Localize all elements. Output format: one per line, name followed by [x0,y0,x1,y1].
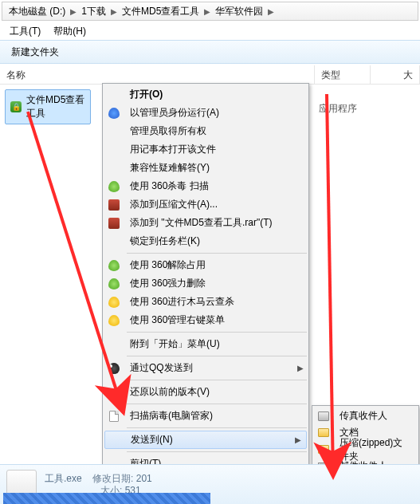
menu-help[interactable]: 帮助(H) [49,23,91,40]
ctx-add-archive[interactable]: 添加到压缩文件(A)... [103,195,308,214]
separator [127,356,307,356]
chevron-right-icon: ▶ [202,7,212,16]
status-filename: 工具.exe [45,473,82,484]
breadcrumb-seg-drive[interactable]: 本地磁盘 (D:) [6,5,69,18]
file-row[interactable]: 🔒 文件MD5查看工具 [5,89,91,124]
ctx-compat[interactable]: 兼容性疑难解答(Y) [103,159,308,177]
chevron-right-icon: ▶ [109,7,119,16]
ctx-send-to[interactable]: 发送到(N) ▶ [104,431,307,449]
ctx-scan-360[interactable]: 使用 360杀毒 扫描 [103,177,308,195]
sendto-zip[interactable]: 压缩(zipped)文件夹 [312,441,418,458]
ctx-scan-virus[interactable]: 扫描病毒(电脑管家) [103,407,308,425]
column-name[interactable]: 名称 [0,65,315,84]
toolbar: 新建文件夹 [0,40,420,64]
separator [127,427,307,428]
ctx-pin-start[interactable]: 附到「开始」菜单(U) [103,335,308,353]
release-icon [108,259,120,272]
separator [127,253,307,254]
file-name: 文件MD5查看工具 [26,93,85,120]
breadcrumb-seg-downloads[interactable]: 1下载 [78,5,109,18]
ctx-trojan[interactable]: 使用 360进行木马云查杀 [103,293,308,311]
shield-icon [108,107,120,120]
ctx-pin-taskbar[interactable]: 锁定到任务栏(K) [103,232,308,250]
folder-icon [317,427,330,439]
context-menu: 打开(O) 以管理员身份运行(A) 管理员取得所有权 用记事本打开该文件 兼容性… [102,83,309,504]
chevron-right-icon: ▶ [266,7,276,16]
separator [127,380,307,380]
ctx-qq-send[interactable]: 通过QQ发送到 ▶ [103,359,308,377]
submenu-arrow-icon: ▶ [297,364,304,372]
ctx-rclick-mgr[interactable]: 使用 360管理右键菜单 [103,311,308,329]
new-folder-button[interactable]: 新建文件夹 [6,42,64,62]
separator [127,332,307,333]
menu-tools[interactable]: 工具(T) [5,23,45,40]
submenu-arrow-icon: ▶ [295,435,301,444]
breadcrumb-seg-site[interactable]: 华军软件园 [212,5,266,18]
zip-icon [317,443,330,456]
column-headers: 名称 类型 大 [0,65,420,85]
cloud-scan-icon [108,296,120,309]
ctx-restore[interactable]: 还原以前的版本(V) [103,383,308,401]
ctx-release[interactable]: 使用 360解除占用 [103,256,308,274]
sendto-fax[interactable]: 传真收件人 [312,408,418,424]
exe-icon: 🔒 [10,100,22,113]
status-modified-label: 修改日期: [92,473,133,484]
ctx-open[interactable]: 打开(O) [103,85,308,104]
file-type-label: 应用程序 [319,102,357,116]
separator [127,451,307,452]
scan-icon [108,410,120,423]
archive-icon [108,199,120,211]
breadcrumb-seg-tool[interactable]: 文件MD5查看工具 [119,5,202,18]
ctx-add-rar[interactable]: 添加到 "文件MD5查看工具.rar"(T) [103,214,308,232]
delete-icon [108,278,120,290]
menu-mgr-icon [108,314,120,327]
qq-icon [108,362,120,375]
breadcrumb[interactable]: 本地磁盘 (D:) ▶ 1下载 ▶ 文件MD5查看工具 ▶ 华军软件园 ▶ [2,2,418,21]
ctx-notepad-open[interactable]: 用记事本打开该文件 [103,140,308,159]
status-modified-value: 201 [136,473,152,484]
archive-icon [108,217,120,230]
column-size[interactable]: 大 [371,65,420,84]
shield-icon [108,180,120,193]
menubar: 工具(T) 帮助(H) [0,22,420,40]
ctx-run-admin[interactable]: 以管理员身份运行(A) [103,104,308,122]
column-type[interactable]: 类型 [315,65,371,84]
separator [127,404,307,404]
progress-stripe [3,493,210,504]
fax-icon [317,410,330,423]
ctx-admin-take[interactable]: 管理员取得所有权 [103,122,308,140]
ctx-force-del[interactable]: 使用 360强力删除 [103,274,308,293]
chevron-right-icon: ▶ [69,7,78,16]
